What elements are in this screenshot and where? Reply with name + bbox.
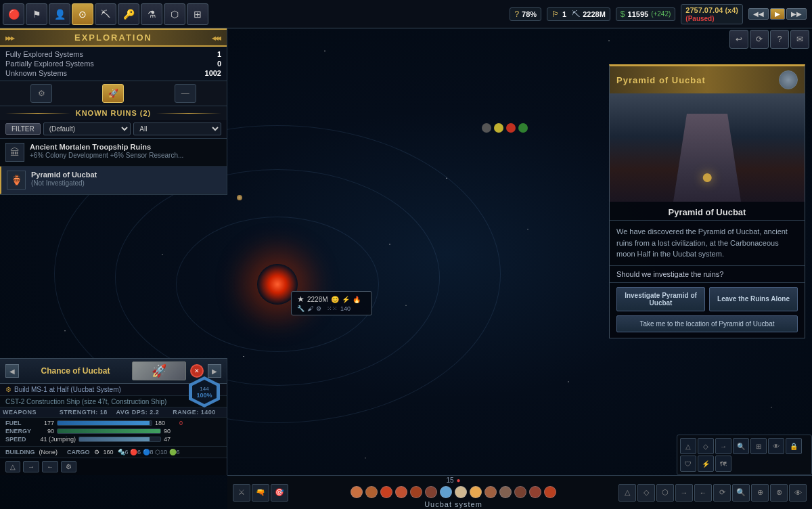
toolbar-btn-people[interactable]: 👤 [49,3,70,25]
filter-button[interactable]: FILTER [5,123,41,135]
bottom-right-panel: △ ◇ → 🔍 ⊞ 👁 🔒 🛡 ⚡ 🗺 [677,435,812,475]
speed-play-button[interactable]: ▶ [770,8,785,20]
popup-panel: Pyramid of Uucbat Pyramid of Uucbat We h… [609,64,805,338]
planet-indicators [482,123,528,133]
ruins-header: KNOWN RUINS (2) [0,106,227,120]
toolbar-btn-grid[interactable]: ⬡ [164,3,185,25]
ship-nav-prev[interactable]: ◀ [5,364,19,378]
br-icon-zoom[interactable]: 🔍 [733,438,749,454]
toolbar-btn-settings[interactable]: ⊞ [187,3,208,25]
ruins-item-1[interactable]: 🏺 Pyramid of Uucbat (Not Investigated) [0,167,227,194]
speed-max: 47 [164,436,183,443]
bottom-icon-plus-circle[interactable]: ⊕ [751,484,769,502]
left-panel: EXPLORATION Fully Explored Systems 1 Par… [0,28,227,195]
exploration-tabs: ⚙ 🚀 — [0,81,227,106]
ship-thumbnail: 🚀 [132,361,186,380]
system-red-dot: ● [457,477,461,484]
bottom-icon-hex[interactable]: ⬡ [656,484,674,502]
bottom-icon-cycle[interactable]: ⟳ [713,484,731,502]
nav-action-1[interactable]: △ [5,461,20,472]
date-value: 2757.07.04 (x4) [685,6,738,14]
bottom-icon-triangle[interactable]: △ [618,484,636,502]
planet-indicator-4 [518,123,528,133]
energy-fill [58,429,160,433]
popup-avatar [779,70,798,89]
fuel-fill [58,421,150,425]
investigate-button[interactable]: Investigate Pyramid of Uucbat [616,287,705,311]
side-icon-refresh[interactable]: ⟳ [750,30,769,49]
br-icon-lock[interactable]: 🔒 [786,438,802,454]
bottom-icon-x-circle[interactable]: ⊗ [770,484,788,502]
money-indicator: $ 11595 (+242) [616,7,675,21]
speed-label: SPEED [5,436,32,443]
exploration-stats: Fully Explored Systems 1 Partially Explo… [0,47,227,81]
bottom-nav: ⚔ 🔫 🎯 15 ● Uucbat system [227,475,812,509]
bottom-icon-diamond[interactable]: ◇ [637,484,655,502]
side-icon-undo[interactable]: ↩ [729,30,748,49]
money-icon: $ [621,9,625,19]
toolbar-btn-alert[interactable]: 🔴 [3,3,24,25]
filter-all-select[interactable]: All [133,123,221,135]
ruins-icon-0: 🏛 [5,143,24,162]
planet-13 [544,486,556,498]
bottom-icon-target[interactable]: 🎯 [271,484,288,502]
ruins-name-0: Ancient Mortalen Troopship Ruins [30,143,221,151]
toolbar-btn-planet[interactable]: ⊙ [72,3,93,25]
bottom-icon-zoom[interactable]: 🔍 [732,484,750,502]
bottom-right-icons: △ ◇ ⬡ → ← ⟳ 🔍 ⊕ ⊗ 👁 [618,484,812,502]
side-icon-mail[interactable]: ✉ [790,30,809,49]
nav-action-arrow-left[interactable]: ← [42,461,58,472]
ship-bars: FUEL 177 180 0 ENERGY 90 90 SPEED 41 (Ju… [0,418,227,446]
nav-action-arrow-right[interactable]: → [23,461,39,472]
br-icon-eye[interactable]: 👁 [768,438,784,454]
credits-value: 2228M [583,10,606,18]
system-count-row: 15 ● [446,477,460,484]
popup-description: We have discovered the Pyramid of Uucbat… [610,221,805,266]
bottom-icon-gun[interactable]: 🔫 [252,484,269,502]
bottom-ship-panel: ◀ Chance of Uucbat 🚀 ✕ ▶ ⚙ Build MS-1 at… [0,358,227,475]
ruins-desc-1: (Not Investigated) [31,179,221,187]
speed-fast-button[interactable]: ▶▶ [786,8,807,20]
unit-credits: 2228M [307,296,328,303]
bottom-icon-sword[interactable]: ⚔ [233,484,250,502]
br-icon-grid[interactable]: ⊞ [750,438,767,454]
exp-tab-ship[interactable]: 🚀 [102,84,124,103]
side-icon-help[interactable]: ? [770,30,789,49]
toolbar-btn-pick[interactable]: ⛏ [95,3,116,25]
br-icon-flash[interactable]: ⚡ [698,456,714,472]
bottom-icon-arrow-l[interactable]: ← [694,484,712,502]
br-icon-arrow[interactable]: → [715,438,731,454]
ruins-icon-1: 🏺 [7,171,26,190]
bottom-icon-arrow-r[interactable]: → [675,484,693,502]
bottom-nav-left: ⚔ 🔫 🎯 [227,484,288,502]
planet-0 [351,486,363,498]
ruins-line-left [5,113,70,114]
ruins-info-1: Pyramid of Uucbat (Not Investigated) [31,171,221,187]
toolbar-btn-military[interactable]: ⚑ [26,3,47,25]
toolbar-btn-key[interactable]: 🔑 [118,3,139,25]
toolbar-btn-flask[interactable]: ⚗ [141,3,162,25]
building-label: BUILDING [5,449,35,456]
cargo-icon: ⚙ [94,449,99,456]
planet-strip [345,486,562,498]
br-icon-map[interactable]: 🗺 [715,456,731,472]
popup-title: Pyramid of Uucbat [616,75,706,85]
br-icon-triangle[interactable]: △ [680,438,696,454]
leave-button[interactable]: Leave the Ruins Alone [709,287,798,311]
exp-tab-minus[interactable]: — [175,84,196,103]
br-icon-diamond[interactable]: ◇ [698,438,714,454]
bottom-icon-eye[interactable]: 👁 [789,484,807,502]
br-icon-shield[interactable]: 🛡 [680,456,696,472]
energy-max: 90 [164,428,183,435]
nav-action-gear[interactable]: ⚙ [61,461,76,472]
system-label: Uucbat system [424,500,482,508]
hex-val: 144 [196,386,212,392]
speed-rewind-button[interactable]: ◀◀ [748,8,769,20]
filter-default-select[interactable]: (Default) [43,123,131,135]
system-count: 15 [446,477,453,484]
ruins-item-0[interactable]: 🏛 Ancient Mortalen Troopship Ruins +6% C… [0,139,227,167]
side-icon-row-1: ↩ ⟳ ? ✉ [729,30,809,49]
take-me-button[interactable]: Take me to the location of Pyramid of Uu… [616,315,798,332]
popup-btn-row-1: Investigate Pyramid of Uucbat Leave the … [610,283,805,315]
exp-tab-settings[interactable]: ⚙ [30,84,52,103]
